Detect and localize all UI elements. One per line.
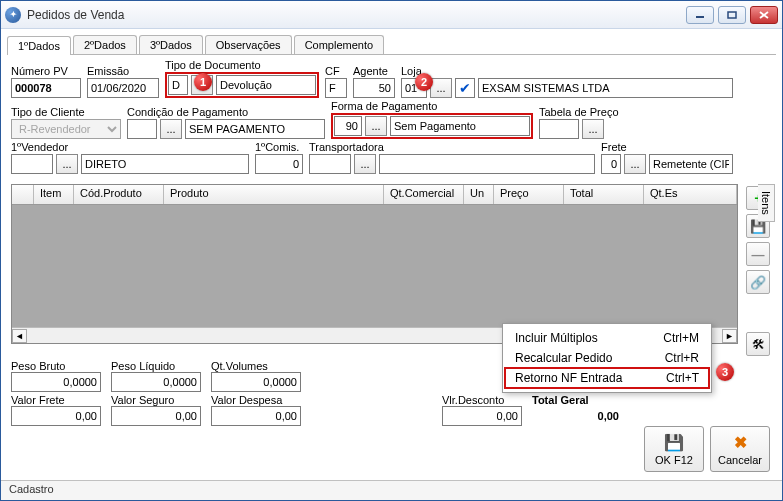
grid-header: Item Cód.Produto Produto Qt.Comercial Un…	[12, 185, 737, 205]
tab-observacoes[interactable]: Observações	[205, 35, 292, 54]
window-title: Pedidos de Venda	[27, 8, 686, 22]
label-emissao: Emissão	[87, 65, 159, 77]
vendedor-code-input[interactable]	[11, 154, 53, 174]
grid-col-qtcomercial[interactable]: Qt.Comercial	[384, 185, 464, 204]
scroll-left-icon[interactable]: ◄	[12, 329, 27, 343]
menu-item-label: Recalcular Pedido	[515, 351, 612, 365]
menu-recalcular-pedido[interactable]: Recalcular Pedido Ctrl+R	[505, 348, 709, 368]
vlr-desc-input[interactable]	[442, 406, 522, 426]
valor-frete-input[interactable]	[11, 406, 101, 426]
scroll-right-icon[interactable]: ►	[722, 329, 737, 343]
label-vlr-desc: Vlr.Desconto	[442, 394, 522, 406]
forma-pag-lookup-button[interactable]: ...	[365, 116, 387, 136]
link-item-button[interactable]: 🔗	[746, 270, 770, 294]
label-tipo-doc: Tipo de Documento	[165, 59, 319, 71]
maximize-button[interactable]	[718, 6, 746, 24]
peso-liq-input[interactable]	[111, 372, 201, 392]
tabela-preco-lookup-button[interactable]: ...	[582, 119, 604, 139]
peso-bruto-input[interactable]	[11, 372, 101, 392]
loja-check[interactable]: ✔	[455, 78, 475, 98]
transportadora-lookup-button[interactable]: ...	[354, 154, 376, 174]
status-bar: Cadastro	[1, 480, 782, 500]
side-tab-itens[interactable]: Itens	[758, 184, 775, 222]
label-cf: CF	[325, 65, 347, 77]
tipo-doc-desc-input	[216, 75, 316, 95]
menu-item-shortcut: Ctrl+R	[665, 351, 699, 365]
transportadora-code-input[interactable]	[309, 154, 351, 174]
grid-col-codproduto[interactable]: Cód.Produto	[74, 185, 164, 204]
qt-vol-input[interactable]	[211, 372, 301, 392]
label-total-geral: Total Geral	[532, 394, 622, 406]
menu-item-shortcut: Ctrl+T	[666, 371, 699, 385]
label-valor-frete: Valor Frete	[11, 394, 101, 406]
menu-incluir-multiplos[interactable]: Incluir Múltiplos Ctrl+M	[505, 328, 709, 348]
grid-col-preco[interactable]: Preço	[494, 185, 564, 204]
tab-3dados[interactable]: 3ºDados	[139, 35, 203, 54]
label-loja: Loja	[401, 65, 733, 77]
ok-button[interactable]: 💾 OK F12	[644, 426, 704, 472]
forma-pag-desc-input	[390, 116, 530, 136]
valor-seguro-input[interactable]	[111, 406, 201, 426]
cancel-button[interactable]: ✖ Cancelar	[710, 426, 770, 472]
emissao-input[interactable]	[87, 78, 159, 98]
callout-3: 3	[716, 363, 734, 381]
label-frete: Frete	[601, 141, 733, 153]
menu-item-shortcut: Ctrl+M	[663, 331, 699, 345]
label-forma-pag: Forma de Pagamento	[331, 100, 533, 112]
vendedor-desc-input	[81, 154, 249, 174]
label-valor-seguro: Valor Seguro	[111, 394, 201, 406]
label-cond-pag: Condição de Pagamento	[127, 106, 325, 118]
tipo-doc-code-input[interactable]	[168, 75, 188, 95]
items-grid[interactable]: Item Cód.Produto Produto Qt.Comercial Un…	[11, 184, 738, 344]
loja-lookup-button[interactable]: ...	[430, 78, 452, 98]
cancel-icon: ✖	[734, 433, 747, 452]
label-numero-pv: Número PV	[11, 65, 81, 77]
grid-col-un[interactable]: Un	[464, 185, 494, 204]
loja-desc-input	[478, 78, 733, 98]
tabela-preco-input[interactable]	[539, 119, 579, 139]
label-qt-vol: Qt.Volumes	[211, 360, 301, 372]
minimize-button[interactable]	[686, 6, 714, 24]
label-valor-despesa: Valor Despesa	[211, 394, 301, 406]
valor-despesa-input[interactable]	[211, 406, 301, 426]
label-vendedor: 1ºVendedor	[11, 141, 249, 153]
grid-col-item[interactable]: Item	[34, 185, 74, 204]
tab-complemento[interactable]: Complemento	[294, 35, 384, 54]
frete-code-input[interactable]	[601, 154, 621, 174]
label-peso-liq: Peso Líquido	[111, 360, 201, 372]
label-agente: Agente	[353, 65, 395, 77]
tools-button[interactable]: 🛠	[746, 332, 770, 356]
label-comis: 1ºComis.	[255, 141, 303, 153]
ok-button-label: OK F12	[655, 454, 693, 466]
tipo-cliente-select[interactable]: R-Revendedor	[11, 119, 121, 139]
grid-col-total[interactable]: Total	[564, 185, 644, 204]
cf-input[interactable]	[325, 78, 347, 98]
menu-item-label: Retorno NF Entrada	[515, 371, 622, 385]
frete-lookup-button[interactable]: ...	[624, 154, 646, 174]
transportadora-desc-input	[379, 154, 595, 174]
tab-strip: 1ºDados 2ºDados 3ºDados Observações Comp…	[7, 35, 776, 55]
grid-body[interactable]	[12, 205, 737, 327]
app-icon: ✦	[5, 7, 21, 23]
agente-input[interactable]	[353, 78, 395, 98]
numero-pv-input[interactable]	[11, 78, 81, 98]
cond-pag-desc-input	[185, 119, 325, 139]
forma-pag-code-input[interactable]	[334, 116, 362, 136]
grid-col-produto[interactable]: Produto	[164, 185, 384, 204]
comis-input[interactable]	[255, 154, 303, 174]
vendedor-lookup-button[interactable]: ...	[56, 154, 78, 174]
save-icon: 💾	[664, 433, 684, 452]
cancel-button-label: Cancelar	[718, 454, 762, 466]
menu-retorno-nf-entrada[interactable]: Retorno NF Entrada Ctrl+T	[505, 368, 709, 388]
svg-rect-1	[728, 12, 736, 18]
close-button[interactable]	[750, 6, 778, 24]
tab-2dados[interactable]: 2ºDados	[73, 35, 137, 54]
cond-pag-lookup-button[interactable]: ...	[160, 119, 182, 139]
grid-col-qtes[interactable]: Qt.Es	[644, 185, 737, 204]
label-peso-bruto: Peso Bruto	[11, 360, 101, 372]
cond-pag-code-input[interactable]	[127, 119, 157, 139]
tab-1dados[interactable]: 1ºDados	[7, 36, 71, 55]
grid-col-blank[interactable]	[12, 185, 34, 204]
remove-item-button[interactable]: —	[746, 242, 770, 266]
menu-item-label: Incluir Múltiplos	[515, 331, 598, 345]
